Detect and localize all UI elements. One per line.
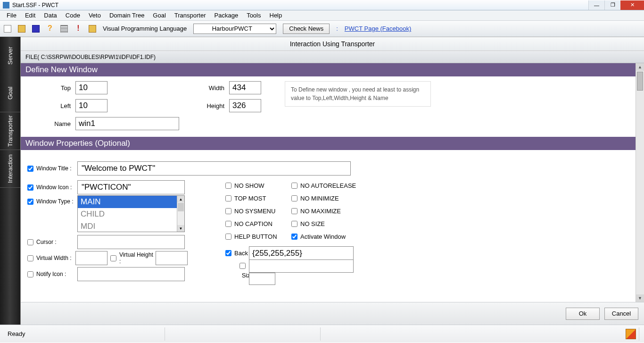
minimize-button[interactable]: — <box>588 0 604 10</box>
status-text: Ready <box>5 327 165 341</box>
toolbar: ? ! Visual Programming Language HarbourP… <box>0 21 644 37</box>
sidebar-transporter[interactable]: Transporter <box>0 112 20 150</box>
back-color-input[interactable] <box>249 246 354 260</box>
save-icon[interactable] <box>32 25 40 33</box>
size-input[interactable] <box>249 273 275 285</box>
warn-icon[interactable]: ! <box>74 25 82 33</box>
menu-tools[interactable]: Tools <box>243 11 264 20</box>
form-area: Define New Window Top Left Name <box>21 63 644 302</box>
menu-goal[interactable]: Goal <box>149 11 169 20</box>
sidebar-server[interactable]: Server <box>0 37 20 75</box>
window-type-label: Window Type : <box>36 198 73 205</box>
width-input[interactable] <box>229 81 261 94</box>
no-autorelease-check[interactable] <box>291 183 297 189</box>
help-icon[interactable]: ? <box>46 25 54 33</box>
menu-package[interactable]: Package <box>211 11 242 20</box>
pwct-facebook-link[interactable]: PWCT Page (Facebook) <box>345 25 411 32</box>
type-mdi[interactable]: MDI <box>78 220 177 232</box>
name-label: Name <box>49 120 71 127</box>
activate-window-check[interactable] <box>291 234 297 240</box>
menu-transporter[interactable]: Transporter <box>171 11 210 20</box>
menu-edit[interactable]: Edit <box>21 11 39 20</box>
menu-code[interactable]: Code <box>62 11 84 20</box>
titlebar: Start.SSF - PWCT — ❐ ✕ <box>0 0 644 10</box>
shield-icon[interactable] <box>626 329 636 339</box>
link-prefix: : <box>336 25 338 32</box>
cursor-input[interactable] <box>77 235 185 249</box>
top-most-label: TOP MOST <box>234 195 282 202</box>
virtual-height-input[interactable] <box>156 251 188 265</box>
window-icon-input[interactable] <box>77 180 185 194</box>
language-select[interactable]: HarbourPWCT <box>193 24 276 34</box>
cursor-check[interactable] <box>27 239 33 245</box>
font-input[interactable] <box>249 259 354 273</box>
panel-title: Interaction Using Transporter <box>21 37 644 51</box>
window-title-input[interactable] <box>77 161 351 176</box>
no-caption-label: NO CAPTION <box>234 220 282 227</box>
font-check[interactable] <box>239 263 246 269</box>
notify-icon-check[interactable] <box>27 271 33 277</box>
window-title: Start.SSF - PWCT <box>12 2 58 8</box>
menu-help[interactable]: Help <box>266 11 286 20</box>
props-area: Window Title : Window Icon : Window Type… <box>21 150 636 290</box>
sidebar-goal[interactable]: Goal <box>0 75 20 112</box>
window-icon-check[interactable] <box>27 184 33 191</box>
close-button[interactable]: ✕ <box>620 0 644 10</box>
left-label: Left <box>49 102 71 109</box>
form-scrollbar[interactable]: ▲ ▼ <box>636 63 644 302</box>
section-window-props: Window Properties (Optional) <box>21 137 636 150</box>
sidebar: Server Goal Transporter Interaction <box>0 37 21 325</box>
window-type-check[interactable] <box>27 199 33 205</box>
virtual-width-check[interactable] <box>27 255 33 261</box>
cancel-button[interactable]: Cancel <box>604 308 638 320</box>
type-scrollbar[interactable]: ▲▼ <box>177 196 184 232</box>
no-sysmenu-check[interactable] <box>225 208 231 214</box>
window-icon-label: Window Icon : <box>36 184 72 191</box>
help-button-check[interactable] <box>225 234 231 240</box>
folder-icon[interactable] <box>89 25 96 33</box>
no-show-check[interactable] <box>225 183 231 189</box>
maximize-button[interactable]: ❐ <box>604 0 620 10</box>
no-size-check[interactable] <box>291 221 297 227</box>
no-maximize-check[interactable] <box>291 208 297 214</box>
notify-icon-input[interactable] <box>77 267 185 281</box>
status-rest <box>321 327 639 341</box>
top-most-check[interactable] <box>225 195 231 201</box>
new-icon[interactable] <box>4 25 11 33</box>
open-icon[interactable] <box>18 25 25 33</box>
activate-window-label: Activate Window <box>300 233 376 240</box>
left-input[interactable] <box>75 99 107 112</box>
file-path: FILE( C:\SSRPWI\DOUBLES\RPWI1\IDF\IDF1.I… <box>21 51 644 63</box>
window-title-check[interactable] <box>27 166 33 172</box>
sidebar-interaction[interactable]: Interaction <box>0 150 20 188</box>
no-minimize-check[interactable] <box>291 195 297 201</box>
check-news-button[interactable]: Check News <box>283 24 330 34</box>
virtual-height-check[interactable] <box>110 255 116 261</box>
name-input[interactable] <box>75 117 179 130</box>
main: Server Goal Transporter Interaction Inte… <box>0 37 644 325</box>
no-size-label: NO SIZE <box>300 220 376 227</box>
notify-icon-label: Notify Icon : <box>36 271 66 277</box>
menu-data[interactable]: Data <box>40 11 60 20</box>
menu-domain-tree[interactable]: Domain Tree <box>106 11 148 20</box>
window-type-list[interactable]: MAIN CHILD MDI ▲▼ <box>77 195 185 232</box>
menu-file[interactable]: File <box>3 11 20 20</box>
height-input[interactable] <box>229 99 261 112</box>
no-sysmenu-label: NO SYSMENU <box>234 208 282 215</box>
list-icon[interactable] <box>60 25 68 33</box>
no-autorelease-label: NO AUTORELEASE <box>300 182 376 189</box>
top-input[interactable] <box>75 81 107 94</box>
type-child[interactable]: CHILD <box>78 208 177 220</box>
menu-veto[interactable]: Veto <box>85 11 105 20</box>
no-caption-check[interactable] <box>225 221 231 227</box>
type-main[interactable]: MAIN <box>78 196 177 208</box>
ok-button[interactable]: Ok <box>566 308 600 320</box>
status-mid <box>165 327 321 341</box>
virtual-width-label: Virtual Width : <box>36 255 71 261</box>
virtual-width-input[interactable] <box>75 251 107 265</box>
back-color-check[interactable] <box>225 250 231 256</box>
virtual-height-label: Virtual Height : <box>119 251 156 265</box>
menubar: File Edit Data Code Veto Domain Tree Goa… <box>0 10 644 21</box>
content: Interaction Using Transporter FILE( C:\S… <box>21 37 644 325</box>
top-label: Top <box>49 84 71 92</box>
